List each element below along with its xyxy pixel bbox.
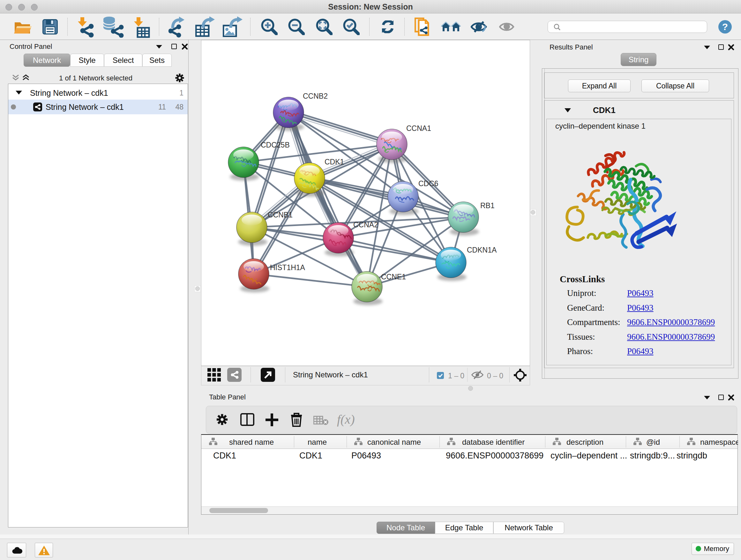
svg-text:CDKN1A: CDKN1A <box>467 246 497 254</box>
svg-text:CCNE1: CCNE1 <box>381 273 406 281</box>
svg-text:CCNA2: CCNA2 <box>353 221 378 229</box>
svg-text:CDK1: CDK1 <box>325 158 344 166</box>
svg-text:CDC25B: CDC25B <box>261 141 290 149</box>
svg-text:CCNB1: CCNB1 <box>268 211 293 219</box>
svg-text:CDC6: CDC6 <box>418 179 439 188</box>
svg-text:HIST1H1A: HIST1H1A <box>270 263 306 272</box>
svg-text:RB1: RB1 <box>480 201 495 210</box>
svg-text:CCNB2: CCNB2 <box>303 92 328 100</box>
svg-text:CCNA1: CCNA1 <box>406 124 431 132</box>
